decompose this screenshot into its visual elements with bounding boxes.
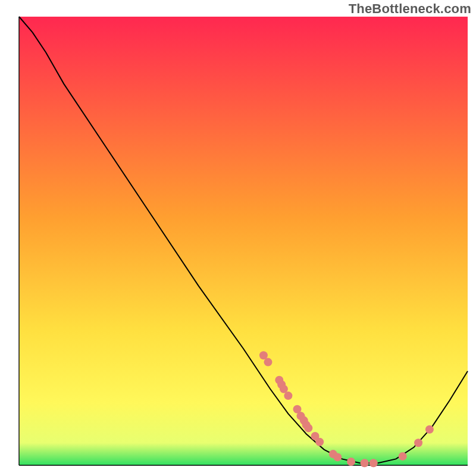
data-point (333, 453, 342, 461)
data-point (264, 358, 273, 367)
data-point (361, 459, 369, 467)
data-point (315, 438, 324, 446)
data-point (369, 459, 378, 467)
bottleneck-curve-chart (0, 0, 476, 476)
data-point (347, 458, 355, 466)
data-point (414, 439, 422, 447)
data-point (399, 452, 407, 461)
data-point (425, 425, 434, 434)
plot-background (19, 17, 468, 465)
data-point (304, 424, 312, 432)
watermark-text: TheBottleneck.com (349, 1, 471, 17)
data-point (284, 392, 292, 400)
